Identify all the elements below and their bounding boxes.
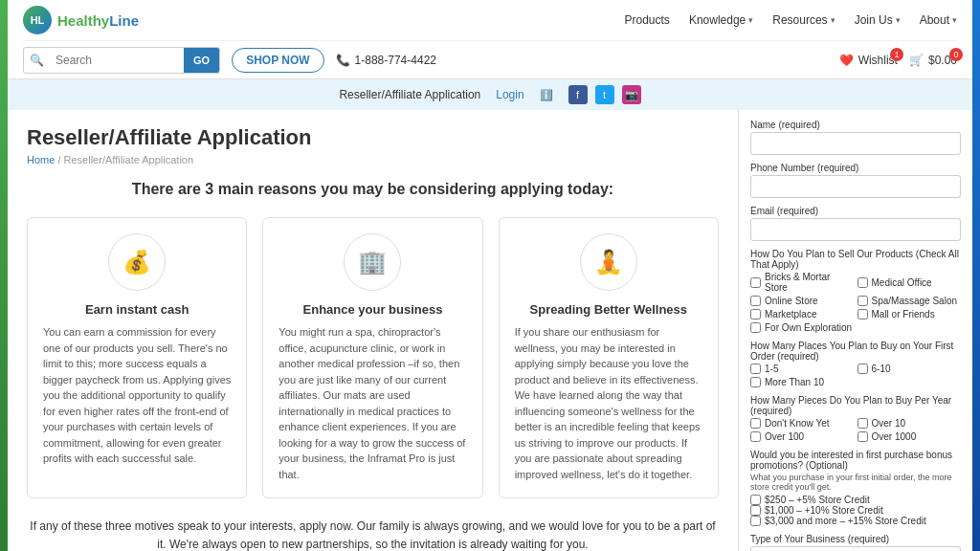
checkbox-dontknow-input[interactable] [750, 418, 761, 429]
checkbox-bricks: Bricks & Mortar Store [750, 272, 855, 293]
nav-resources[interactable]: Resources▾ [772, 13, 835, 27]
checkbox-marketplace-input[interactable] [750, 309, 761, 320]
wishlist-button[interactable]: ❤️ 1 Wishlist [839, 54, 898, 67]
checkbox-bricks-input[interactable] [750, 277, 761, 288]
cart-icon: 🛒 [909, 54, 924, 67]
earn-icon: 💰 [108, 233, 166, 291]
checkbox-6-10: 6-10 [858, 364, 962, 374]
enhance-icon: 🏢 [344, 233, 401, 291]
name-input[interactable] [750, 132, 961, 155]
search-box: 🔍 GO [23, 47, 220, 74]
checkbox-mall-input[interactable] [858, 309, 868, 320]
card-wellness: 🧘 Spreading Better Wellness If you share… [499, 217, 719, 498]
wellness-icon: 🧘 [580, 233, 637, 291]
breadcrumb-current: Reseller/Affiliate Application [64, 154, 194, 165]
instagram-icon[interactable]: 📷 [622, 85, 641, 104]
checkbox-bonus1-input[interactable] [750, 495, 761, 505]
page-title: Reseller/Affiliate Application [27, 125, 719, 150]
sell-checkboxes: Bricks & Mortar Store Medical Office Onl… [750, 272, 961, 333]
shop-now-button[interactable]: SHOP NOW [232, 48, 323, 73]
many-places-label: How Many Places You Plan to Buy on Your … [750, 341, 961, 362]
chevron-down-icon: ▾ [952, 15, 957, 25]
name-label: Name (required) [750, 120, 961, 130]
login-link[interactable]: Login [496, 88, 523, 101]
checkbox-mall: Mall or Friends [858, 309, 962, 320]
cart-button[interactable]: 🛒 0 $0.00 [909, 54, 957, 67]
email-input[interactable] [750, 218, 961, 241]
many-places-checkboxes: 1-5 6-10 More Than 10 [750, 364, 961, 387]
business-type-field: Type of Your Business (required) [750, 534, 961, 551]
checkbox-1-5-input[interactable] [750, 364, 761, 374]
header: HL HealthyLine Products Knowledge▾ Resou… [8, 0, 972, 79]
card-earn-title: Earn instant cash [43, 302, 231, 317]
checkbox-online: Online Store [750, 296, 855, 306]
bottom-text: If any of these three motives speak to y… [27, 518, 719, 551]
main-content: Reseller/Affiliate Application Home / Re… [8, 110, 738, 551]
content-area: Reseller/Affiliate Application Home / Re… [8, 110, 972, 551]
sub-header: Reseller/Affiliate Application Login ℹ️ … [8, 79, 972, 110]
nav-knowledge[interactable]: Knowledge▾ [689, 13, 753, 27]
checkbox-medical-input[interactable] [858, 277, 868, 288]
card-enhance-text: You might run a spa, chiropractor's offi… [278, 324, 466, 482]
logo[interactable]: HL HealthyLine [23, 6, 139, 34]
heart-icon: ❤️ [839, 54, 854, 67]
card-enhance: 🏢 Enhance your business You might run a … [262, 217, 482, 498]
phone-input[interactable] [750, 175, 961, 198]
main-wrapper: HL HealthyLine Products Knowledge▾ Resou… [8, 0, 972, 551]
checkbox-spa: Spa/Massage Salon [858, 296, 962, 306]
facebook-icon[interactable]: f [568, 85, 588, 104]
checkbox-marketplace: Marketplace [750, 309, 855, 320]
chevron-down-icon: ▾ [896, 15, 901, 25]
cart-badge: 0 [949, 48, 963, 61]
bonus-subtext: What you purchase in your first initial … [750, 473, 961, 492]
info-icon: ℹ️ [540, 89, 553, 101]
checkbox-own: For Own Exploration [750, 322, 855, 333]
checkbox-bonus2: $1,000 – +10% Store Credit [750, 505, 961, 516]
reseller-link[interactable]: Reseller/Affiliate Application [339, 88, 480, 101]
search-input[interactable] [50, 50, 184, 71]
card-enhance-title: Enhance your business [278, 302, 466, 317]
checkbox-1-5: 1-5 [750, 364, 855, 374]
business-type-input[interactable] [750, 546, 961, 551]
many-buy-checkboxes: Don't Know Yet Over 10 Over 100 Over 100… [750, 418, 961, 442]
phone-icon: 📞 [336, 54, 350, 67]
breadcrumb-home[interactable]: Home [27, 154, 55, 165]
card-wellness-title: Spreading Better Wellness [515, 302, 702, 317]
card-earn-text: You can earn a commission for every one … [43, 324, 231, 467]
nav-about[interactable]: About▾ [920, 13, 957, 27]
cards-container: 💰 Earn instant cash You can earn a commi… [27, 217, 719, 498]
checkbox-over1000: Over 1000 [858, 431, 962, 442]
checkbox-dontknow: Don't Know Yet [750, 418, 855, 429]
checkbox-over10: Over 10 [858, 418, 962, 429]
checkbox-over100-input[interactable] [750, 431, 761, 442]
sidebar-form: Name (required) Phone Number (required) … [738, 110, 972, 551]
nav-join-us[interactable]: Join Us▾ [855, 13, 901, 27]
checkbox-more-10-input[interactable] [750, 377, 761, 387]
checkbox-over1000-input[interactable] [858, 431, 868, 442]
right-accent-bar [972, 0, 980, 551]
checkbox-medical: Medical Office [858, 272, 962, 293]
checkbox-over10-input[interactable] [858, 418, 868, 429]
checkbox-own-input[interactable] [750, 322, 761, 333]
logo-text: HealthyLine [57, 12, 139, 29]
checkbox-spa-input[interactable] [858, 296, 868, 306]
bonus-label: Would you be interested in first purchas… [750, 450, 961, 471]
header-bottom: 🔍 GO SHOP NOW 📞 1-888-774-4422 ❤️ 1 Wish… [23, 40, 957, 78]
business-type-label: Type of Your Business (required) [750, 534, 961, 544]
twitter-icon[interactable]: t [595, 85, 614, 104]
checkbox-online-input[interactable] [750, 296, 761, 306]
left-accent-bar [0, 0, 8, 551]
bonus-field: Would you be interested in first purchas… [750, 450, 961, 526]
main-nav: Products Knowledge▾ Resources▾ Join Us▾ … [625, 13, 957, 27]
wishlist-badge: 1 [890, 48, 903, 61]
checkbox-bonus2-input[interactable] [750, 505, 761, 516]
social-icons: f t 📷 [568, 85, 641, 104]
checkbox-6-10-input[interactable] [858, 364, 868, 374]
search-button[interactable]: GO [184, 47, 219, 74]
checkbox-bonus1: $250 – +5% Store Credit [750, 495, 961, 505]
checkbox-bonus3-input[interactable] [750, 516, 761, 526]
search-icon: 🔍 [24, 54, 50, 67]
nav-products[interactable]: Products [625, 13, 670, 27]
header-top: HL HealthyLine Products Knowledge▾ Resou… [23, 0, 957, 40]
phone-number: 📞 1-888-774-4422 [336, 54, 436, 67]
